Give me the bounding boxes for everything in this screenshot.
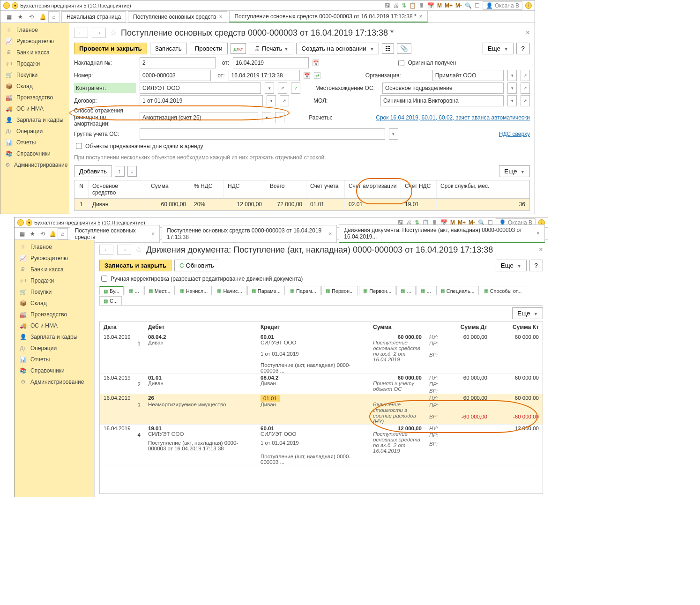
sidebar-item[interactable]: 📦Склад: [15, 298, 94, 309]
sidebar-item[interactable]: 📚Справочники: [0, 148, 69, 159]
forward-button[interactable]: →: [92, 28, 106, 38]
apps-icon[interactable]: ▦: [17, 228, 28, 239]
register-tab[interactable]: ▦Начис...: [213, 286, 246, 295]
help-icon[interactable]: ?: [291, 82, 300, 94]
open-icon[interactable]: ↗: [278, 82, 287, 94]
sync-icon[interactable]: ⇄: [314, 72, 320, 79]
dropdown-icon[interactable]: ▾: [507, 82, 517, 94]
sidebar-item[interactable]: 🏷Продажи: [15, 275, 94, 286]
register-tab[interactable]: ▦...: [417, 286, 435, 295]
print-button[interactable]: 🖨 Печать▼: [249, 43, 293, 54]
movement-row[interactable]: 16.04.2019 26 01.01 НУ: 60 000,00 60 000…: [100, 394, 543, 425]
home-icon[interactable]: ⌂: [58, 228, 68, 239]
sidebar-item[interactable]: 🏷Продажи: [0, 58, 69, 69]
tab-1[interactable]: Поступление основных средств×: [128, 11, 227, 22]
sidebar-item[interactable]: 📦Склад: [0, 81, 69, 92]
dropdown-icon[interactable]: ▾: [265, 82, 274, 94]
manual-edit-checkbox[interactable]: Ручная корректировка (разрешает редактир…: [99, 274, 543, 283]
favorite-star-icon[interactable]: ☆: [135, 245, 142, 255]
layout-button[interactable]: ☷: [382, 43, 394, 54]
calendar-icon[interactable]: 📅: [304, 72, 310, 79]
back-button[interactable]: ←: [99, 245, 113, 255]
sidebar-item[interactable]: ⚙Администрирование: [15, 376, 94, 388]
forward-button[interactable]: →: [117, 245, 131, 255]
post-close-button[interactable]: Провести и закрыть: [74, 43, 147, 54]
help-button[interactable]: ?: [529, 260, 543, 271]
user-badge[interactable]: 👤 Оксана В: [483, 1, 522, 10]
sidebar-item[interactable]: 🚚ОС и НМА: [15, 320, 94, 331]
clipboard-icon[interactable]: 📋: [409, 2, 416, 9]
calendar-icon[interactable]: 📅: [313, 60, 319, 66]
write-close-button[interactable]: Записать и закрыть: [99, 260, 171, 271]
more-button[interactable]: Еще ▼: [499, 165, 530, 177]
dropdown-icon[interactable]: ▾: [262, 112, 271, 123]
m-button[interactable]: М: [437, 2, 442, 9]
save-icon[interactable]: 🖫: [385, 2, 390, 9]
close-icon[interactable]: ×: [526, 29, 530, 37]
open-icon[interactable]: ↗: [521, 82, 530, 94]
tab-2[interactable]: Поступление основных средств 0000-000003…: [229, 11, 427, 22]
sidebar-item[interactable]: 👤Зарплата и кадры: [0, 114, 69, 126]
home-icon[interactable]: ⌂: [48, 11, 60, 22]
close-icon[interactable]: ×: [536, 230, 540, 237]
open-icon[interactable]: ↗: [275, 112, 284, 123]
refresh-button[interactable]: С Обновить: [174, 260, 219, 271]
move-down-button[interactable]: ↓: [127, 166, 137, 177]
location-input[interactable]: Основное подразделение: [382, 82, 504, 94]
help-button[interactable]: ?: [516, 43, 530, 54]
print-icon[interactable]: 🖨: [393, 2, 399, 9]
star-icon[interactable]: ★: [28, 228, 38, 239]
rascheti-link[interactable]: Срок 16.04.2019, 60.01, 60.02, зачет ава…: [376, 114, 530, 121]
tab-home[interactable]: Начальная страница: [61, 11, 126, 22]
register-tab[interactable]: ▦Парам...: [286, 286, 320, 295]
write-button[interactable]: Записать: [150, 43, 187, 54]
create-based-button[interactable]: Создать на основании ▼: [296, 43, 379, 54]
nds-link[interactable]: НДС сверху: [499, 131, 530, 137]
grid-row[interactable]: 1 Диван 60 000,00 20% 12 000,00 72 000,0…: [74, 199, 529, 210]
movement-row[interactable]: 16.04.2019 19.01 60.01 12 000,00 НУ: 12 …: [100, 425, 543, 465]
doc-datetime-input[interactable]: 16.04.2019 17:13:38: [229, 70, 300, 81]
mol-input[interactable]: Синичкина Инна Викторовна: [380, 95, 504, 106]
sidebar-item[interactable]: ≡Главное: [15, 241, 94, 253]
sidebar-item[interactable]: 🚚ОС и НМА: [0, 103, 69, 114]
close-icon[interactable]: ×: [328, 231, 332, 237]
attach-button[interactable]: 📎: [397, 43, 411, 54]
nakladnaya-date-input[interactable]: 16.04.2019: [233, 57, 309, 68]
history-icon[interactable]: ⟲: [37, 228, 48, 239]
mminus-button[interactable]: М-: [455, 2, 462, 9]
arenda-checkbox[interactable]: Объекты предназначены для сдачи в аренду: [74, 142, 530, 150]
history-icon[interactable]: ⟲: [26, 11, 37, 22]
register-tab[interactable]: ▦Первон...: [321, 286, 358, 295]
compare-icon[interactable]: ⇅: [402, 2, 406, 9]
bell-icon[interactable]: 🔔: [48, 228, 58, 239]
register-tab[interactable]: ▦Способы от...: [480, 286, 526, 295]
sidebar-item[interactable]: 📊Отчеты: [15, 354, 94, 365]
unknown-box-icon[interactable]: ☐: [475, 2, 480, 9]
register-tab[interactable]: ▦Начисл...: [176, 286, 212, 295]
dropdown-icon[interactable]: ▾: [12, 2, 18, 9]
close-icon[interactable]: ×: [219, 14, 222, 20]
sidebar-item[interactable]: ДтОперации: [0, 126, 69, 137]
open-icon[interactable]: ↗: [280, 95, 289, 106]
close-icon[interactable]: ×: [539, 246, 543, 254]
more-button[interactable]: Еще ▼: [512, 307, 543, 319]
sidebar-item[interactable]: 🏭Производство: [15, 309, 94, 320]
sidebar-item[interactable]: ≡Главное: [0, 24, 69, 36]
open-icon[interactable]: ↗: [521, 95, 530, 106]
sidebar-item[interactable]: ДтОперации: [15, 343, 94, 354]
amort-input[interactable]: Амортизация (счет 26): [140, 112, 258, 123]
movement-row[interactable]: 16.04.2019 01.01 08.04.2 60 000,00 НУ: 6…: [100, 374, 543, 394]
register-tab[interactable]: ▦Специаль...: [436, 286, 479, 295]
open-icon[interactable]: ↗: [521, 70, 530, 81]
register-tab[interactable]: ▦Бу...: [99, 286, 124, 295]
more-button[interactable]: Еще ▼: [496, 260, 527, 271]
sidebar-item[interactable]: 📚Справочники: [15, 365, 94, 376]
sidebar-item[interactable]: 📈Руководителю: [15, 253, 94, 264]
mplus-button[interactable]: М+: [445, 2, 453, 9]
sidebar-item[interactable]: ₽Банк и касса: [15, 264, 94, 275]
bell-icon[interactable]: 🔔: [37, 11, 48, 22]
star-icon[interactable]: ★: [15, 11, 26, 22]
favorite-star-icon[interactable]: ☆: [110, 28, 117, 38]
register-tab[interactable]: ▦Первон...: [359, 286, 395, 295]
dropdown-icon[interactable]: ▾: [389, 128, 398, 140]
